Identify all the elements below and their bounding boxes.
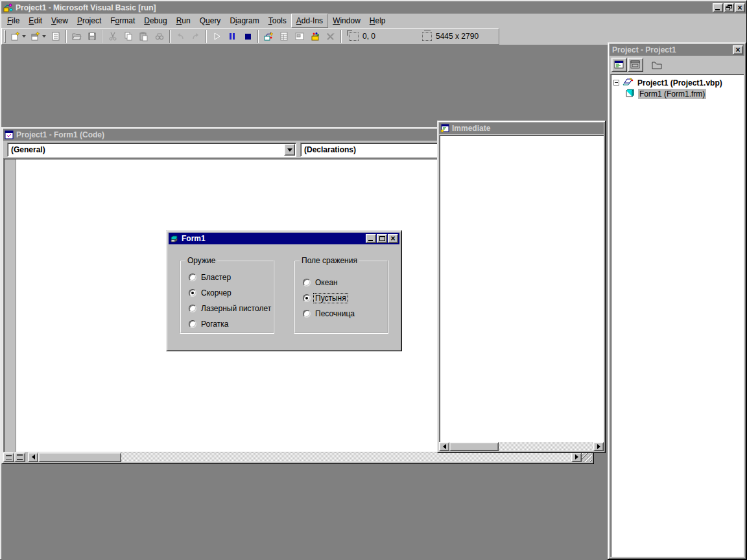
- immediate-window-icon: [440, 124, 449, 133]
- open-project-button[interactable]: [69, 29, 84, 43]
- immediate-pane[interactable]: [439, 135, 604, 442]
- object-combo[interactable]: (General): [7, 143, 296, 157]
- toolbar-separator: [646, 58, 647, 72]
- object-browser-button[interactable]: [323, 29, 338, 43]
- start-button[interactable]: [209, 29, 224, 43]
- form1-close-button[interactable]: ×: [388, 234, 398, 243]
- close-button[interactable]: ×: [735, 3, 745, 12]
- immediate-hscroll-left-arrow[interactable]: [439, 442, 449, 451]
- toggle-folders-button[interactable]: [649, 58, 665, 72]
- menu-help[interactable]: Help: [365, 14, 390, 27]
- menu-run[interactable]: Run: [172, 14, 195, 27]
- menu-window[interactable]: Window: [328, 14, 365, 27]
- vb-ide-window: Project1 - Microsoft Visual Basic [run] …: [0, 0, 747, 560]
- main-titlebar[interactable]: Project1 - Microsoft Visual Basic [run] …: [1, 1, 746, 14]
- menu-debug[interactable]: Debug: [139, 14, 171, 27]
- menu-editor-button[interactable]: [48, 29, 64, 43]
- code-window-icon: [5, 130, 14, 139]
- project-node-label[interactable]: Project1 (Project1.vbp): [636, 78, 724, 88]
- radio-button[interactable]: [303, 279, 311, 286]
- resize-grip[interactable]: [582, 452, 592, 462]
- cut-button[interactable]: [105, 29, 121, 43]
- menu-view[interactable]: View: [47, 14, 73, 27]
- restore-button[interactable]: [724, 3, 734, 12]
- project-explorer-button[interactable]: [261, 29, 276, 43]
- radio-button[interactable]: [189, 320, 196, 328]
- radio-option-scorcher[interactable]: Скорчер: [189, 288, 233, 298]
- radio-button-checked[interactable]: [303, 294, 311, 302]
- battlefield-groupbox: Поле сражения Океан Пустыня Песочница: [294, 260, 388, 334]
- hscroll-thumb[interactable]: [38, 452, 121, 462]
- radio-option-laser-pistol[interactable]: Лазерный пистолет: [189, 304, 272, 313]
- hscroll-left-arrow[interactable]: [28, 452, 38, 462]
- radio-label: Скорчер: [200, 288, 233, 298]
- save-project-button[interactable]: [84, 29, 100, 43]
- menu-tools[interactable]: Tools: [264, 14, 291, 27]
- project-close-button[interactable]: ×: [733, 45, 743, 54]
- minimize-button[interactable]: [713, 3, 723, 12]
- immediate-hscroll-right-arrow[interactable]: [593, 442, 604, 451]
- radio-option-ocean[interactable]: Океан: [303, 278, 339, 287]
- add-project-button[interactable]: [8, 29, 23, 43]
- immediate-window: Immediate: [437, 121, 606, 453]
- form1-minimize-button[interactable]: [366, 234, 376, 243]
- object-combo-dropdown-icon[interactable]: [284, 144, 295, 156]
- form1-maximize-button[interactable]: [377, 234, 387, 243]
- form-layout-button[interactable]: [292, 29, 307, 43]
- immediate-titlebar[interactable]: Immediate: [439, 122, 604, 134]
- menu-edit[interactable]: Edit: [24, 14, 47, 27]
- hscroll-right-arrow[interactable]: [571, 452, 582, 462]
- form1-titlebar[interactable]: Form1 ×: [169, 233, 399, 244]
- project-titlebar[interactable]: Project - Project1 ×: [610, 44, 744, 56]
- tree-node-form[interactable]: Form1 (Form1.frm): [612, 88, 742, 99]
- add-form-dropdown-icon[interactable]: [42, 35, 46, 38]
- size-indicator-icon: [422, 32, 432, 41]
- full-module-view-button[interactable]: [14, 452, 25, 462]
- add-form-button[interactable]: [28, 29, 43, 43]
- form-node-label[interactable]: Form1 (Form1.frm): [638, 89, 706, 99]
- radio-option-blaster[interactable]: Бластер: [189, 273, 232, 282]
- menu-format[interactable]: Format: [106, 14, 139, 27]
- radio-option-sandbox[interactable]: Песочница: [303, 309, 356, 318]
- view-code-button[interactable]: [611, 58, 627, 72]
- radio-button[interactable]: [303, 310, 311, 318]
- radio-button[interactable]: [189, 305, 196, 312]
- redo-button[interactable]: [188, 29, 204, 43]
- radio-button-checked[interactable]: [189, 289, 196, 297]
- radio-label-focused: Пустыня: [314, 294, 348, 303]
- toolbar-separator: [169, 30, 171, 43]
- radio-label: Рогатка: [200, 320, 230, 329]
- menu-file[interactable]: File: [3, 14, 24, 27]
- menu-query[interactable]: Query: [195, 14, 226, 27]
- radio-option-slingshot[interactable]: Рогатка: [189, 320, 230, 329]
- paste-button[interactable]: [136, 29, 152, 43]
- menu-add-ins[interactable]: Add-Ins: [291, 14, 328, 28]
- procedure-view-button[interactable]: [3, 452, 14, 462]
- add-project-dropdown-icon[interactable]: [22, 35, 26, 38]
- radio-label: Океан: [314, 278, 339, 287]
- immediate-hscroll-track[interactable]: [499, 442, 593, 451]
- break-button[interactable]: [224, 29, 240, 43]
- code-margin-bar: [5, 159, 16, 452]
- main-title-text: Project1 - Microsoft Visual Basic [run]: [16, 3, 711, 12]
- immediate-hscroll-thumb[interactable]: [449, 442, 499, 451]
- menu-project[interactable]: Project: [73, 14, 106, 27]
- toolbar-separator: [65, 30, 67, 43]
- toolbar-separator: [340, 30, 342, 43]
- menu-diagram[interactable]: Diagram: [225, 14, 263, 27]
- collapse-icon[interactable]: [613, 80, 619, 86]
- radio-label: Бластер: [200, 273, 232, 282]
- undo-button[interactable]: [172, 29, 188, 43]
- hscroll-track[interactable]: [121, 452, 571, 462]
- properties-window-button[interactable]: [276, 29, 292, 43]
- toolbar-grab-handle[interactable]: [4, 30, 6, 43]
- toolbox-button[interactable]: [307, 29, 323, 43]
- copy-button[interactable]: [121, 29, 136, 43]
- view-object-button[interactable]: [628, 58, 643, 72]
- radio-button[interactable]: [189, 274, 196, 281]
- end-button[interactable]: [240, 29, 255, 43]
- tree-node-project[interactable]: Project1 (Project1.vbp): [612, 77, 742, 88]
- radio-option-desert[interactable]: Пустыня: [303, 294, 348, 303]
- project-title: Project - Project1: [612, 45, 731, 54]
- find-button[interactable]: [152, 29, 167, 43]
